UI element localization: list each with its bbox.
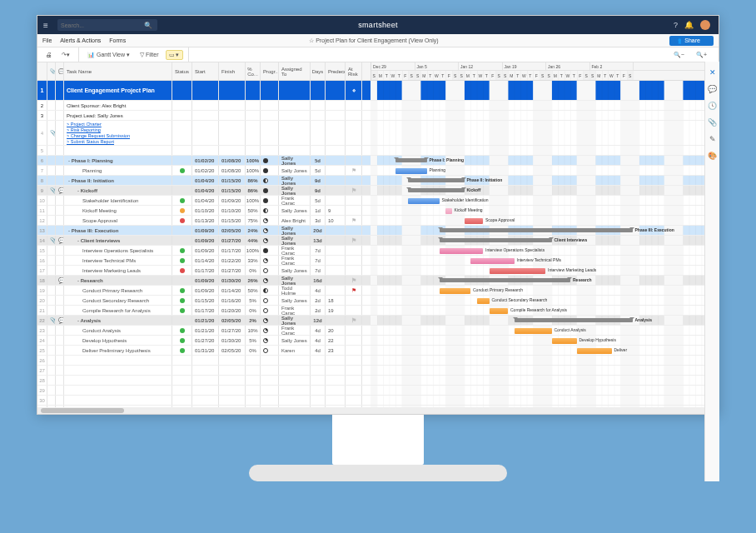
start-cell[interactable]: 01/31/20 — [192, 346, 219, 355]
pct-cell[interactable]: 5% — [246, 336, 261, 345]
days-cell[interactable]: 5d — [311, 196, 326, 205]
bell-icon[interactable]: 🔔 — [684, 21, 694, 29]
task-cell[interactable]: - Analysis — [64, 316, 172, 325]
status-cell[interactable] — [172, 196, 192, 205]
data-row[interactable]: 19 Conduct Primary Research 01/09/20 01/… — [37, 286, 719, 296]
pred-cell[interactable]: 22 — [326, 336, 346, 345]
task-cell[interactable]: Deliver Preliminary Hypothesis — [64, 346, 172, 355]
assign-cell[interactable]: Frank Carac — [279, 196, 311, 205]
assign-cell[interactable]: Sally Jones — [279, 166, 311, 175]
blank-row[interactable]: 29 — [37, 386, 719, 396]
finish-cell[interactable]: 01/08/20 — [219, 156, 246, 165]
gantt-bar[interactable]: Phase III: Execution — [440, 228, 633, 232]
gantt-bar[interactable]: Kickoff Meeting — [445, 208, 452, 214]
status-cell[interactable] — [172, 296, 192, 305]
progress-cell[interactable] — [261, 176, 279, 185]
status-cell[interactable] — [172, 266, 192, 275]
gantt-bar[interactable]: Phase II: Initiation — [408, 178, 465, 182]
gantt-lane[interactable]: Interview Marketing Leads — [371, 266, 719, 275]
assign-cell[interactable]: Sally Jones — [279, 186, 311, 195]
cell[interactable]: Project Lead: Sally Jones — [64, 111, 172, 120]
finish-cell[interactable]: 01/20/20 — [219, 306, 246, 315]
status-cell[interactable] — [172, 276, 192, 285]
data-row[interactable]: 18💬 - Research 01/09/20 01/30/20 26% Sal… — [37, 276, 719, 286]
finish-cell[interactable]: 01/30/20 — [219, 336, 246, 345]
data-row[interactable]: 23 Conduct Analysis 01/21/20 01/27/20 10… — [37, 326, 719, 336]
task-cell[interactable]: - Client Interviews — [64, 236, 172, 245]
pred-cell[interactable]: 9 — [326, 206, 346, 215]
link[interactable]: > Submit Status Report — [67, 139, 169, 145]
menu-alerts[interactable]: Alerts & Actions — [60, 37, 101, 43]
link[interactable]: > Change Request Submission — [67, 133, 169, 139]
search-box[interactable]: 🔍 — [57, 19, 157, 31]
risk-cell[interactable]: ⚑ — [346, 216, 362, 225]
start-cell[interactable]: 01/04/20 — [192, 186, 219, 195]
pct-cell[interactable]: 100% — [246, 246, 261, 255]
progress-cell[interactable] — [261, 186, 279, 195]
gantt-lane[interactable]: Conduct Primary Research — [371, 286, 719, 295]
start-cell[interactable]: 01/09/20 — [192, 226, 219, 235]
assign-cell[interactable]: Alex Bright — [279, 216, 311, 225]
sponsor-row[interactable]: 2 Client Sponsor: Alex Bright — [37, 101, 719, 111]
pred-cell[interactable] — [326, 246, 346, 255]
pct-cell[interactable]: 33% — [246, 256, 261, 265]
gantt-bar[interactable]: Research — [440, 278, 571, 282]
finish-cell[interactable]: 01/08/20 — [219, 166, 246, 175]
task-cell[interactable]: Conduct Analysis — [64, 326, 172, 335]
blank-row[interactable]: 26 — [37, 356, 719, 366]
data-row[interactable]: 11 Kickoff Meeting 01/10/20 01/10/20 50%… — [37, 206, 719, 216]
pct-cell[interactable]: 0% — [246, 346, 261, 355]
start-cell[interactable]: 01/09/20 — [192, 286, 219, 295]
pred-cell[interactable] — [326, 226, 346, 235]
data-row[interactable]: 24 Develop Hypothesis 01/27/20 01/30/20 … — [37, 336, 719, 346]
start-cell[interactable]: 01/17/20 — [192, 306, 219, 315]
data-row[interactable]: 9📎💬 - Kickoff 01/04/20 01/15/20 86% Sall… — [37, 186, 719, 196]
progress-cell[interactable] — [261, 156, 279, 165]
status-cell[interactable] — [172, 166, 192, 175]
gantt-lane[interactable]: Scope Approval — [371, 216, 719, 225]
col-days[interactable]: Days — [311, 62, 326, 80]
risk-cell[interactable] — [346, 206, 362, 215]
gantt-lane[interactable]: Phase III: Execution — [371, 226, 719, 235]
filter-button[interactable]: ▽ Filter — [137, 50, 162, 60]
pct-cell[interactable]: 50% — [246, 206, 261, 215]
col-assigned[interactable]: Assigned To — [279, 62, 311, 80]
col-pred[interactable]: Predece... — [326, 62, 346, 80]
gantt-lane[interactable]: Develop Hypothesis — [371, 336, 719, 345]
help-icon[interactable]: ? — [674, 21, 678, 29]
pred-cell[interactable] — [326, 266, 346, 275]
status-cell[interactable] — [172, 156, 192, 165]
progress-cell[interactable] — [261, 246, 279, 255]
task-cell[interactable]: Kickoff Meeting — [64, 206, 172, 215]
data-row[interactable]: 12 Scope Approval 01/13/20 01/15/20 75% … — [37, 216, 719, 226]
link[interactable]: > Project Charter — [67, 122, 169, 127]
finish-cell[interactable]: 02/05/20 — [219, 226, 246, 235]
gantt-lane[interactable]: Interview Technical PMs — [371, 256, 719, 265]
days-cell[interactable]: 1d — [311, 206, 326, 215]
start-cell[interactable]: 01/17/20 — [192, 266, 219, 275]
assign-cell[interactable]: Sally Jones — [279, 236, 311, 245]
days-cell[interactable]: 2d — [311, 306, 326, 315]
data-row[interactable]: 7 Planning 01/02/20 01/08/20 100% Sally … — [37, 166, 719, 176]
avatar[interactable] — [700, 20, 710, 30]
task-cell[interactable]: - Kickoff — [64, 186, 172, 195]
title-cell[interactable]: Client Engagement Project Plan — [64, 81, 172, 100]
discussion-icon[interactable]: 💬 — [58, 187, 64, 194]
finish-cell[interactable]: 01/15/20 — [219, 176, 246, 185]
share-button[interactable]: 👥 Share — [669, 36, 714, 46]
blank-row[interactable]: 28 — [37, 376, 719, 386]
pred-cell[interactable] — [326, 166, 346, 175]
gantt-bar[interactable]: Kickoff — [408, 188, 465, 192]
gantt-lane[interactable]: Stakeholder Identification — [371, 196, 719, 205]
pct-cell[interactable]: 0% — [246, 266, 261, 275]
progress-cell[interactable] — [261, 196, 279, 205]
risk-cell[interactable] — [346, 306, 362, 315]
risk-cell[interactable] — [346, 336, 362, 345]
risk-cell[interactable] — [346, 296, 362, 305]
risk-cell[interactable] — [346, 326, 362, 335]
days-cell[interactable]: 4d — [311, 326, 326, 335]
gantt-lane[interactable]: Planning — [371, 166, 719, 175]
attach-icon[interactable]: 📎 — [50, 317, 56, 324]
data-row[interactable]: 16 Interview Technical PMs 01/14/20 01/2… — [37, 256, 719, 266]
blank-row[interactable]: 27 — [37, 366, 719, 376]
